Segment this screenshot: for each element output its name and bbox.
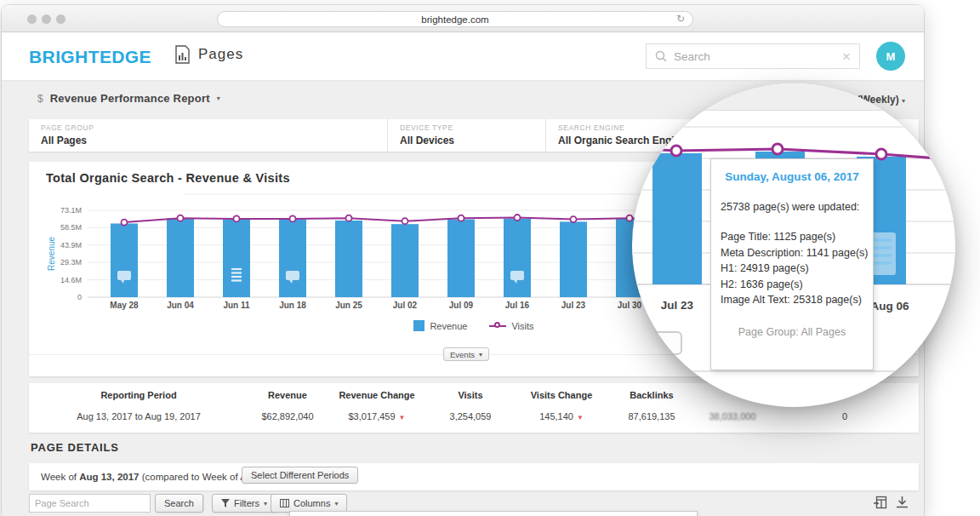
filters-button[interactable]: Filters ▾ (212, 494, 276, 513)
magnified-visits-marker[interactable] (671, 146, 681, 156)
search-icon (655, 50, 667, 62)
x-tick-label: Jul 09 (449, 301, 474, 310)
week-bar: Week of Aug 13, 2017 (compared to Week o… (29, 463, 919, 490)
divider (203, 495, 204, 512)
revenue-bar[interactable] (504, 219, 531, 297)
filter-page-group[interactable]: PAGE GROUP All Pages (29, 119, 387, 152)
download-icon[interactable] (896, 496, 909, 509)
address-bar[interactable]: brightedge.com ↻ (217, 11, 693, 27)
down-arrow-icon: ▼ (577, 414, 584, 421)
week-date: Aug 13, 2017 (79, 472, 139, 482)
filter-device-type[interactable]: DEVICE TYPE All Devices (387, 119, 545, 152)
tooltip-detail-line: H2: 1636 page(s) (721, 277, 873, 293)
columns-dropdown: Track Recommended Pages ^ (289, 511, 698, 516)
cell-backlinks: 87,619,135 (609, 411, 694, 421)
col-header[interactable]: Backlinks (609, 390, 694, 400)
search-button[interactable]: Search (155, 494, 203, 513)
clear-search-icon[interactable]: × (842, 49, 851, 64)
revenue-bar[interactable] (111, 223, 138, 297)
visits-marker[interactable] (571, 216, 577, 222)
visits-marker[interactable] (122, 220, 128, 226)
filter-label: DEVICE TYPE (400, 123, 545, 132)
magnified-visits-marker[interactable] (876, 149, 886, 159)
magnified-visits-marker[interactable] (772, 144, 783, 154)
summary-value-row: Aug 13, 2017 to Aug 19, 2017 $62,892,040… (29, 411, 919, 421)
cell-reporting-period: Aug 13, 2017 to Aug 19, 2017 (29, 411, 248, 421)
cell-visits-change: 145,140▼ (514, 411, 609, 421)
window-minimize-button[interactable] (42, 14, 51, 24)
revenue-bar[interactable] (391, 224, 419, 297)
x-tick-label: Jul 16 (505, 301, 530, 310)
col-header[interactable]: Visits Change (514, 390, 609, 400)
comment-annotation-icon[interactable] (286, 271, 299, 280)
y-axis-label: Revenue (47, 237, 56, 271)
export-table-icon[interactable] (874, 496, 887, 509)
y-tick-label: 14.6M (60, 276, 82, 284)
tooltip-page-group: Page Group: All Pages (711, 326, 873, 338)
search-input[interactable] (674, 50, 842, 63)
visits-marker[interactable] (459, 215, 464, 221)
chart-title: Total Organic Search - Revenue & Visits (46, 171, 290, 185)
columns-label: Columns (293, 498, 330, 508)
chevron-down-icon: ▾ (902, 97, 905, 105)
x-tick-label: May 28 (110, 301, 139, 310)
col-header[interactable]: Revenue Change (327, 390, 427, 400)
x-tick-label: Jun 11 (223, 301, 250, 310)
page-title: Pages (174, 45, 243, 64)
avatar[interactable]: M (876, 42, 905, 71)
x-tick-label: Jul 02 (393, 301, 418, 310)
comment-annotation-icon[interactable] (117, 271, 131, 280)
revenue-bar[interactable] (167, 218, 194, 297)
filter-value: All Devices (400, 135, 545, 146)
pages-icon (174, 45, 191, 64)
select-different-periods-button[interactable]: Select Different Periods (242, 467, 358, 484)
visits-marker[interactable] (402, 218, 408, 224)
events-button[interactable]: Events ▾ (443, 347, 489, 361)
visits-marker[interactable] (178, 215, 184, 221)
visits-marker[interactable] (515, 215, 521, 221)
visits-marker[interactable] (234, 215, 240, 221)
magnifier-circle: Jul 23 Aug 06 Sunday, August 06, 2017 25… (632, 83, 955, 407)
visits-marker[interactable] (290, 215, 296, 221)
x-tick-label: Jul 30 (618, 301, 642, 310)
legend-label: Visits (511, 321, 533, 331)
x-tick-label: Jun 18 (279, 301, 306, 310)
tooltip-summary: 25738 page(s) were updated: (721, 201, 873, 213)
global-search[interactable]: × (646, 43, 860, 69)
page-search-input[interactable] (29, 494, 151, 513)
y-tick-label: 73.1M (60, 206, 82, 215)
legend-revenue[interactable]: Revenue (413, 320, 467, 331)
window-close-button[interactable] (27, 14, 37, 24)
x-tick-label: Jul 23 (561, 301, 586, 310)
col-header[interactable]: Visits (427, 390, 514, 400)
visits-marker[interactable] (346, 215, 352, 221)
revenue-bar[interactable] (335, 221, 362, 297)
browser-chrome: brightedge.com ↻ (2, 5, 924, 32)
revenue-bar[interactable] (560, 221, 587, 297)
report-selector[interactable]: $ Revenue Performance Report ▾ (37, 92, 220, 105)
visits-marker[interactable] (627, 215, 633, 221)
tooltip-detail-line: Page Title: 1125 page(s) (721, 229, 873, 245)
window-zoom-button[interactable] (56, 14, 66, 24)
actions-row: Search Filters ▾ Columns ▾ Track Recom (2, 494, 924, 516)
app-header: BRIGHTEDGE Pages × M (2, 32, 924, 80)
legend-visits[interactable]: Visits (489, 321, 533, 331)
reload-icon[interactable]: ↻ (676, 13, 685, 25)
revenue-bar[interactable] (447, 220, 475, 297)
legend-label: Revenue (430, 321, 467, 331)
x-tick-label: Jun 04 (167, 301, 194, 310)
filter-value: All Pages (41, 135, 387, 146)
brightedge-logo[interactable]: BRIGHTEDGE (29, 47, 151, 67)
events-label: Events (450, 350, 475, 359)
revenue-bar[interactable] (223, 220, 250, 297)
page-title-label: Pages (198, 46, 243, 63)
magnified-xlabel-aug06: Aug 06 (870, 300, 909, 312)
col-header[interactable]: Revenue (248, 390, 327, 400)
col-header[interactable]: Reporting Period (29, 390, 248, 400)
columns-button[interactable]: Columns ▾ (271, 494, 347, 513)
revenue-bar[interactable] (279, 220, 306, 297)
magnified-bar-jul23[interactable] (652, 153, 702, 284)
chevron-down-icon: ▾ (217, 95, 220, 102)
comment-annotation-icon[interactable] (510, 271, 524, 280)
magnified-xlabel-jul23: Jul 23 (661, 299, 694, 312)
